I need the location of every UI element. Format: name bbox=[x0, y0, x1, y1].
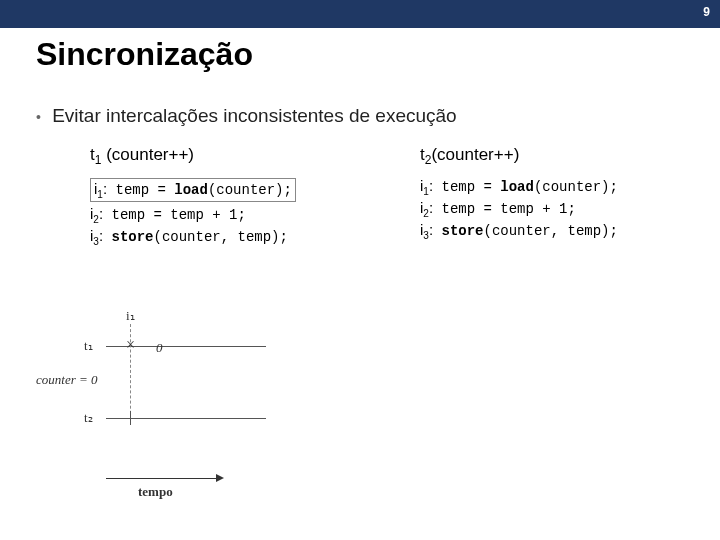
header-bar: 9 bbox=[0, 0, 720, 28]
bullet-line: • Evitar intercalações inconsistentes de… bbox=[36, 105, 720, 127]
code-line: i3: store(counter, temp); bbox=[420, 221, 720, 241]
tempo-label: tempo bbox=[138, 484, 173, 500]
thread-2-label: t2(counter++) bbox=[420, 145, 720, 167]
tempo-arrow-line bbox=[106, 478, 216, 479]
bullet-text: Evitar intercalações inconsistentes de e… bbox=[52, 105, 457, 126]
code-line: i1: temp = load(counter); bbox=[420, 177, 720, 197]
thread-1-code: i1: temp = load(counter); i2: temp = tem… bbox=[90, 177, 360, 247]
code-columns: t1 (counter++) i1: temp = load(counter);… bbox=[0, 145, 720, 249]
thread-1-label: t1 (counter++) bbox=[90, 145, 360, 167]
timeline-diagram: t₁ i₁ × 0 counter = 0 t₂ tempo bbox=[60, 310, 360, 510]
code-line-highlighted: i1: temp = load(counter); bbox=[90, 178, 296, 202]
page-number: 9 bbox=[703, 5, 710, 19]
t1-axis-label: t₁ bbox=[84, 338, 93, 354]
t2-axis-label: t₂ bbox=[84, 410, 93, 426]
bullet-dot: • bbox=[36, 109, 41, 125]
zero-label: 0 bbox=[156, 340, 163, 356]
i1-label: i₁ bbox=[126, 308, 135, 324]
counter-label: counter = 0 bbox=[36, 372, 97, 388]
code-line: i2: temp = temp + 1; bbox=[420, 199, 720, 219]
thread-2-code: i1: temp = load(counter); i2: temp = tem… bbox=[420, 177, 720, 241]
slide-title: Sincronização bbox=[36, 36, 720, 73]
tempo-arrow-head bbox=[216, 474, 224, 482]
thread-1-column: t1 (counter++) i1: temp = load(counter);… bbox=[0, 145, 360, 249]
code-line: i3: store(counter, temp); bbox=[90, 227, 360, 247]
t2-tick bbox=[130, 411, 131, 425]
thread-2-column: t2(counter++) i1: temp = load(counter); … bbox=[360, 145, 720, 249]
code-line: i2: temp = temp + 1; bbox=[90, 205, 360, 225]
x-mark: × bbox=[126, 336, 135, 354]
